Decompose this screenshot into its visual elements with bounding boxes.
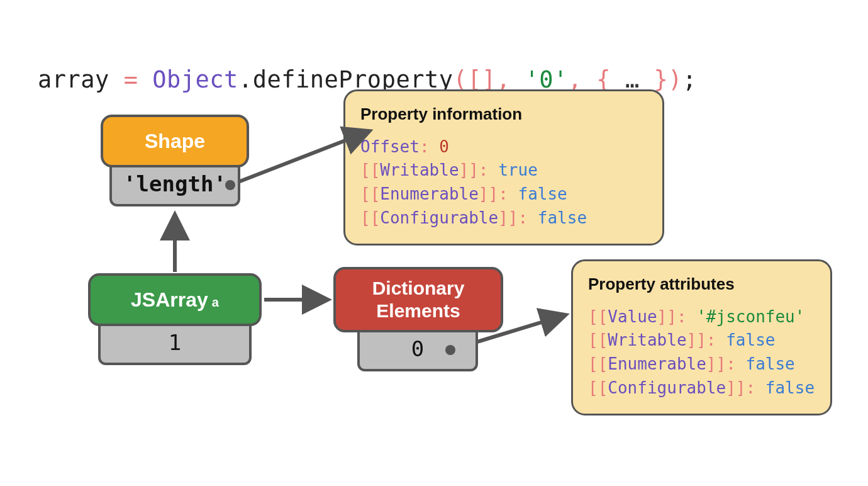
panel1-offset-key: Offset bbox=[360, 137, 420, 156]
panel2-enumerable-key: Enumerable bbox=[608, 354, 706, 373]
panel1-title: Property information bbox=[360, 103, 647, 127]
panel2-value-key: Value bbox=[608, 307, 657, 326]
dictionary-line2: Elements bbox=[376, 300, 460, 322]
jsarray-sub: a bbox=[212, 295, 219, 310]
panel2-configurable-key: Configurable bbox=[608, 378, 726, 397]
panel1-writable-row: [[Writable]]: true bbox=[360, 159, 647, 183]
code-rparen: ) bbox=[668, 66, 682, 93]
panel2-writable-key: Writable bbox=[608, 331, 686, 349]
panel2-value-val: '#jsconfeu' bbox=[696, 307, 804, 326]
code-semi: ; bbox=[682, 66, 697, 93]
panel2-writable-row: [[Writable]]: false bbox=[588, 329, 815, 353]
panel1-enumerable-key: Enumerable bbox=[380, 184, 479, 203]
connector-dot-zero bbox=[445, 345, 455, 355]
panel1-configurable-val: false bbox=[538, 208, 587, 227]
jsarray-box: JSArray a bbox=[88, 273, 262, 326]
panel1-enumerable-val: false bbox=[518, 184, 567, 203]
panel2-enumerable-row: [[Enumerable]]: false bbox=[588, 353, 815, 376]
panel1-offset-val: 0 bbox=[439, 137, 449, 156]
panel2-configurable-val: false bbox=[765, 378, 815, 397]
panel1-offset-row: Offset: 0 bbox=[360, 135, 647, 159]
dictionary-value: 0 bbox=[411, 336, 424, 361]
panel1-writable-key: Writable bbox=[380, 161, 459, 179]
code-dot: . bbox=[238, 66, 253, 93]
dictionary-box: Dictionary Elements bbox=[333, 267, 503, 332]
property-attributes-panel: Property attributes [[Value]]: '#jsconfe… bbox=[571, 259, 832, 415]
shape-length-text: 'length' bbox=[123, 171, 226, 196]
connector-dot-length bbox=[225, 180, 235, 190]
jsarray-label: JSArray bbox=[131, 288, 208, 312]
panel1-configurable-row: [[Configurable]]: false bbox=[360, 206, 647, 230]
jsarray-value: 1 bbox=[169, 330, 181, 355]
panel1-enumerable-row: [[Enumerable]]: false bbox=[360, 183, 647, 206]
dictionary-value-box: 0 bbox=[357, 329, 478, 371]
shape-length-box: 'length' bbox=[109, 164, 240, 206]
panel2-enumerable-val: false bbox=[745, 354, 794, 373]
code-object: Object bbox=[152, 66, 238, 93]
panel1-writable-val: true bbox=[498, 161, 538, 179]
panel2-value-row: [[Value]]: '#jsconfeu' bbox=[588, 305, 815, 329]
code-line: array = Object.defineProperty([], '0', {… bbox=[38, 39, 697, 93]
shape-box: Shape bbox=[101, 115, 249, 167]
panel2-configurable-row: [[Configurable]]: false bbox=[588, 376, 815, 400]
shape-label: Shape bbox=[145, 130, 205, 153]
jsarray-value-box: 1 bbox=[98, 322, 252, 365]
panel2-writable-val: false bbox=[726, 331, 775, 349]
panel1-configurable-key: Configurable bbox=[380, 208, 498, 227]
code-var: array bbox=[38, 66, 109, 93]
property-information-panel: Property information Offset: 0 [[Writabl… bbox=[343, 89, 664, 246]
code-assign: = bbox=[109, 66, 152, 93]
panel2-title: Property attributes bbox=[588, 273, 815, 297]
dictionary-line1: Dictionary bbox=[372, 277, 465, 300]
